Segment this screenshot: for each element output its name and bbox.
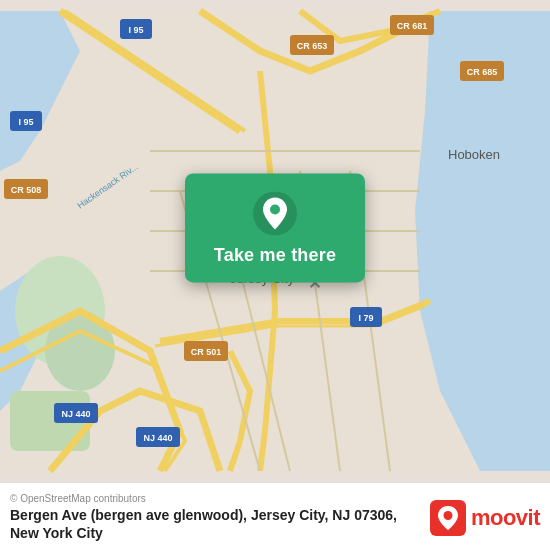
app: I 95 I 95 CR 681 CR 653 CR 685 CR 508 I … [0,0,550,550]
svg-text:I 95: I 95 [128,25,143,35]
svg-text:CR 508: CR 508 [11,185,42,195]
take-me-there-button[interactable]: Take me there [214,245,336,266]
bottom-info-bar: © OpenStreetMap contributors Bergen Ave … [0,482,550,550]
svg-text:CR 653: CR 653 [297,41,328,51]
location-info: © OpenStreetMap contributors Bergen Ave … [10,493,418,542]
osm-attribution: © OpenStreetMap contributors [10,493,418,504]
svg-text:CR 685: CR 685 [467,67,498,77]
svg-text:NJ 440: NJ 440 [143,433,172,443]
svg-text:NJ 440: NJ 440 [61,409,90,419]
map-container[interactable]: I 95 I 95 CR 681 CR 653 CR 685 CR 508 I … [0,0,550,482]
svg-text:I 95: I 95 [18,117,33,127]
svg-text:Hoboken: Hoboken [448,147,500,162]
map-pin-icon [253,191,297,235]
moovit-icon [430,500,466,536]
moovit-logo: moovit [430,500,540,536]
svg-point-40 [270,204,280,214]
svg-text:CR 501: CR 501 [191,347,222,357]
svg-text:I 79: I 79 [358,313,373,323]
navigation-card: Take me there [185,173,365,282]
svg-point-42 [443,511,452,520]
location-title: Bergen Ave (bergen ave glenwood), Jersey… [10,506,418,542]
moovit-label: moovit [471,505,540,531]
svg-text:CR 681: CR 681 [397,21,428,31]
